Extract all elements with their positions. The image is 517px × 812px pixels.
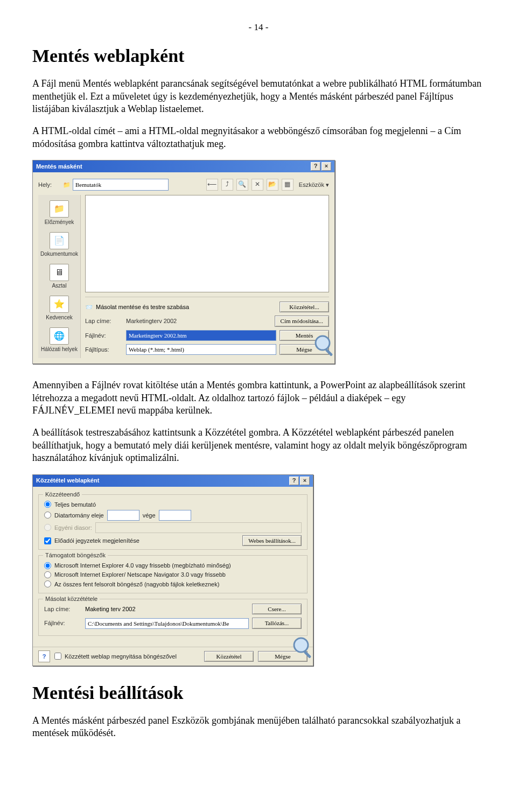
radio-custom-show: Egyéni diasor: xyxy=(44,522,302,533)
checkbox-input[interactable] xyxy=(44,537,51,544)
group-what-to-publish: Közzéteendő Teljes bemutató Diatartomány… xyxy=(38,494,308,550)
radio-slide-range[interactable]: Diatartomány eleje vége xyxy=(44,510,302,521)
save-as-dialog: Mentés másként ? × Hely: 📁 Bemutatók ⟵ ⤴… xyxy=(32,160,335,364)
radio-input xyxy=(44,524,51,531)
radio-ns3[interactable]: Microsoft Internet Explorer/ Netscape Na… xyxy=(44,571,302,578)
dialog-titlebar[interactable]: Közzététel weblapként ? × xyxy=(33,475,313,487)
publish-dialog: Közzététel weblapként ? × Közzéteendő Te… xyxy=(32,474,313,666)
search-icon[interactable]: 🔍 xyxy=(236,179,248,191)
range-start-input[interactable] xyxy=(107,510,139,521)
page-title-label: Lap címe: xyxy=(44,605,82,613)
group-label: Másolat közzététele xyxy=(43,595,100,603)
check-label: Közzétett weblap megnyitása böngészővel xyxy=(65,653,177,660)
new-folder-icon[interactable]: 📂 xyxy=(267,179,278,191)
filename-input[interactable]: C:\Documents and Settings\Tulajdonos\Dok… xyxy=(85,618,249,629)
paragraph-2: A HTML-oldal címét – ami a HTML-oldal me… xyxy=(32,125,485,150)
radio-input[interactable] xyxy=(44,501,51,508)
filename-input[interactable]: Marketingterv 2002.htm xyxy=(126,330,276,341)
dialog-title: Közzététel weblapként xyxy=(36,477,99,484)
sidebar-item-favorites[interactable]: ⭐ Kedvencek xyxy=(46,296,72,321)
help-icon[interactable]: ? xyxy=(311,162,320,171)
location-toolbar: Hely: 📁 Bemutatók ⟵ ⤴ 🔍 ✕ 📂 ▦ Eszközök ▾ xyxy=(38,177,329,195)
back-icon[interactable]: ⟵ xyxy=(206,179,218,191)
desktop-icon: 🖥 xyxy=(50,264,69,281)
radio-label: Egyéni diasor: xyxy=(54,524,92,531)
close-icon[interactable]: × xyxy=(300,477,310,485)
sidebar-item-desktop[interactable]: 🖥 Asztal xyxy=(50,264,69,289)
group-label: Közzéteendő xyxy=(43,491,82,498)
places-sidebar: 📁 Előzmények 📄 Dokumentumok 🖥 Asztal ⭐ K… xyxy=(38,195,81,358)
dialog-titlebar[interactable]: Mentés másként ? × xyxy=(33,160,334,172)
radio-label: Diatartomány eleje xyxy=(54,512,104,519)
checkbox-input[interactable] xyxy=(54,653,61,660)
paragraph-3: Amennyiben a Fájlnév rovat kitöltése utá… xyxy=(32,379,485,417)
sidebar-item-documents[interactable]: 📄 Dokumentumok xyxy=(40,232,78,257)
page-title-label: Lap címe: xyxy=(85,317,123,325)
tools-menu[interactable]: Eszközök ▾ xyxy=(297,181,329,188)
publish-button[interactable]: Közzététel... xyxy=(280,302,329,312)
browse-button[interactable]: Tallózás... xyxy=(252,618,302,628)
dialog-footer: ? Közzétett weblap megnyitása böngészőve… xyxy=(33,647,313,666)
dialog-title: Mentés másként xyxy=(36,163,82,170)
sidebar-item-history[interactable]: 📁 Előzmények xyxy=(45,200,74,226)
group-label: Támogatott böngészők xyxy=(43,551,108,559)
page-title-value: Marketingterv 2002 xyxy=(126,317,271,325)
close-icon[interactable]: × xyxy=(322,162,331,171)
radio-label: Microsoft Internet Explorer 4.0 vagy fri… xyxy=(54,562,231,569)
filename-label: Fájlnév: xyxy=(85,332,123,339)
magnifier-icon xyxy=(290,634,316,660)
sidebar-item-label: Kedvencek xyxy=(46,314,72,321)
favorites-icon: ⭐ xyxy=(50,296,69,313)
heading-save-as-webpage: Mentés weblapként xyxy=(32,44,485,68)
group-publish-copy: Másolat közzététele Lap címe: Maketing t… xyxy=(38,599,308,636)
radio-full-presentation[interactable]: Teljes bemutató xyxy=(44,501,302,508)
sidebar-item-label: Hálózati helyek xyxy=(41,346,78,353)
radio-input[interactable] xyxy=(44,512,51,519)
filetype-combo[interactable]: Weblap (*.htm; *.html) xyxy=(126,344,276,355)
radio-label: Microsoft Internet Explorer/ Netscape Na… xyxy=(54,571,226,578)
sidebar-item-label: Dokumentumok xyxy=(40,250,78,257)
group-supported-browsers: Támogatott böngészők Microsoft Internet … xyxy=(38,555,308,593)
svg-rect-1 xyxy=(325,348,333,356)
custom-show-combo xyxy=(95,522,302,533)
check-speaker-notes[interactable]: Előadói jegyzetek megjelenítése xyxy=(44,537,242,544)
range-end-label: vége xyxy=(143,512,156,519)
publish-button[interactable]: Közzététel xyxy=(204,651,254,662)
radio-input[interactable] xyxy=(44,562,51,569)
radio-label: Az összes fent felsorolt böngésző (nagyo… xyxy=(54,580,219,588)
radio-all-browsers[interactable]: Az összes fent felsorolt böngésző (nagyo… xyxy=(44,580,302,588)
paragraph-1: A Fájl menü Mentés weblapként parancsána… xyxy=(32,78,485,115)
page-number: - 14 - xyxy=(32,22,485,33)
change-title-button[interactable]: Cím módosítása... xyxy=(275,316,329,326)
network-icon: 🌐 xyxy=(50,327,69,345)
svg-rect-3 xyxy=(303,650,311,659)
web-settings-button[interactable]: Webes beállítások... xyxy=(242,535,302,546)
change-button[interactable]: Csere... xyxy=(252,604,302,614)
check-label: Előadói jegyzetek megjelenítése xyxy=(54,537,139,544)
delete-icon[interactable]: ✕ xyxy=(251,179,263,191)
folder-icon: 📁 xyxy=(63,181,71,188)
svg-point-0 xyxy=(316,336,330,350)
filename-label: Fájlnév: xyxy=(44,619,82,627)
up-icon[interactable]: ⤴ xyxy=(221,179,233,191)
paragraph-5: A Mentés másként párbeszéd panel Eszközö… xyxy=(32,715,485,740)
radio-input[interactable] xyxy=(44,580,51,587)
file-list-pane[interactable] xyxy=(85,195,329,292)
radio-label: Teljes bemutató xyxy=(54,501,96,508)
heading-save-settings: Mentési beállítások xyxy=(32,681,485,705)
magnifier-icon xyxy=(312,332,338,358)
location-combo[interactable]: Bemutatók xyxy=(73,179,169,191)
radio-input[interactable] xyxy=(44,571,51,578)
range-end-input[interactable] xyxy=(159,510,191,521)
help-icon[interactable]: ? xyxy=(38,650,50,662)
save-customize-label: Másolat mentése és testre szabása xyxy=(96,303,189,311)
sidebar-item-label: Előzmények xyxy=(45,219,74,226)
history-icon: 📁 xyxy=(50,200,69,218)
filetype-label: Fájltípus: xyxy=(85,346,123,353)
help-icon[interactable]: ? xyxy=(289,477,299,485)
views-icon[interactable]: ▦ xyxy=(282,179,294,191)
sidebar-item-network[interactable]: 🌐 Hálózati helyek xyxy=(41,327,78,353)
location-label: Hely: xyxy=(38,181,60,188)
radio-ie4[interactable]: Microsoft Internet Explorer 4.0 vagy fri… xyxy=(44,562,302,569)
check-open-in-browser[interactable]: Közzétett weblap megnyitása böngészővel xyxy=(54,653,200,660)
